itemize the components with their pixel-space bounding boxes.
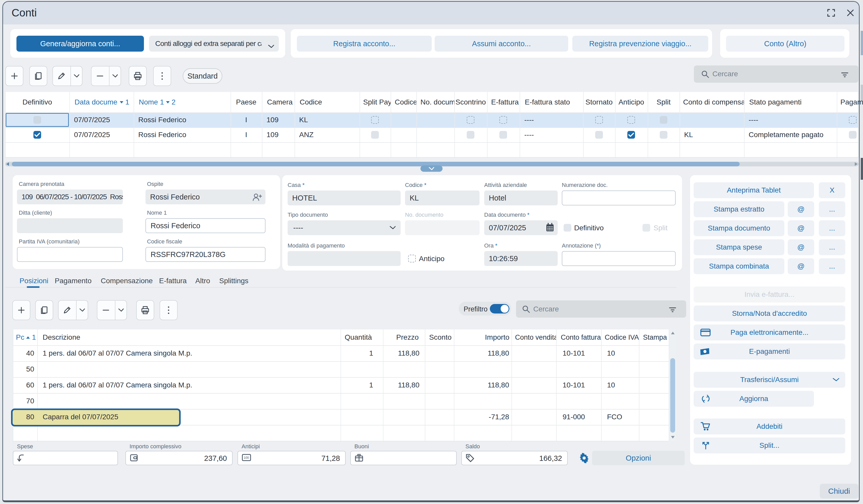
svg-text:100: 100 — [244, 456, 249, 460]
